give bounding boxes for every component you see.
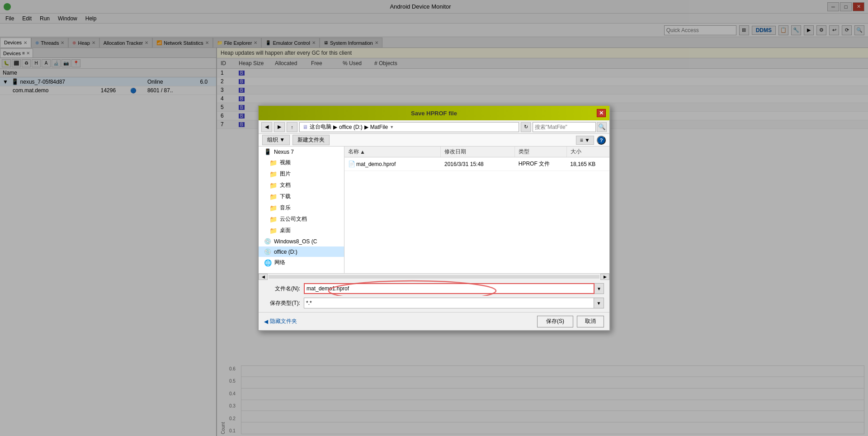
sidebar-item-label: 网络 <box>274 259 285 266</box>
file-icon: 📄 <box>348 161 355 167</box>
up-button[interactable]: ↑ <box>287 122 297 132</box>
dialog-filename-section: 文件名(N): ▼ <box>259 280 609 296</box>
col-name-header[interactable]: 名称 ▲ <box>344 147 441 157</box>
back-button[interactable]: ◀ <box>261 122 272 132</box>
filename-label: 文件名(N): <box>264 285 300 293</box>
breadcrumb-expand[interactable]: ▼ <box>390 125 394 129</box>
sidebar-item-label: Windows8_OS (C <box>274 238 317 245</box>
filetype-input[interactable] <box>304 298 594 308</box>
file-modified-cell: 2016/3/31 15:48 <box>441 160 515 168</box>
help-button[interactable]: ? <box>597 136 606 145</box>
sidebar-item-label: office (D:) <box>274 249 297 255</box>
search-button[interactable]: 🔍 <box>597 122 607 132</box>
sidebar-item-office-d[interactable]: 💿 office (D:) <box>259 246 344 257</box>
filename-row: 文件名(N): ▼ <box>259 280 609 296</box>
dialog-bottom: ◀ 隐藏文件夹 保存(S) 取消 <box>259 312 609 330</box>
drive-gray-icon: 💿 <box>264 248 271 255</box>
file-row-hprof[interactable]: 📄 mat_demo.hprof 2016/3/31 15:48 HPROF 文… <box>344 157 609 171</box>
cancel-button[interactable]: 取消 <box>577 316 604 327</box>
sidebar-item-label: 图片 <box>280 170 291 178</box>
filename-input[interactable] <box>304 283 594 294</box>
folder-icon: 📁 <box>269 204 277 212</box>
sidebar-item-label: Nexus 7 <box>274 149 294 155</box>
col-size-header[interactable]: 大小 <box>567 147 609 157</box>
file-size-cell: 18,165 KB <box>566 160 609 168</box>
folder-icon: 📁 <box>269 216 277 223</box>
sidebar-item-label: 桌面 <box>280 227 291 234</box>
toolbar-right: ≡ ▼ ? <box>576 136 606 145</box>
refresh-button[interactable]: ↻ <box>521 122 531 132</box>
col-name-label: 名称 <box>348 148 359 156</box>
hide-folder-label: 隐藏文件夹 <box>270 318 297 325</box>
dialog-file-list: 名称 ▲ 修改日期 类型 大小 📄 mat <box>344 147 609 273</box>
dialog-overlay: Save HPROF file ✕ ◀ ▶ ↑ 🖥 这台电脑 ▶ office … <box>0 0 868 436</box>
folder-icon: 📁 <box>269 193 277 200</box>
hide-folder-icon: ◀ <box>264 318 268 325</box>
save-hprof-dialog: Save HPROF file ✕ ◀ ▶ ↑ 🖥 这台电脑 ▶ office … <box>258 105 610 331</box>
col-modified-header[interactable]: 修改日期 <box>441 147 515 157</box>
hscroll-right-button[interactable]: ▶ <box>600 274 609 280</box>
hide-folder-button[interactable]: ◀ 隐藏文件夹 <box>264 318 297 325</box>
sidebar-item-video[interactable]: 📁 视频 <box>259 157 344 168</box>
dialog-content: 📱 Nexus 7 📁 视频 📁 图片 📁 文档 📁 下载 <box>259 147 609 273</box>
breadcrumb-path: 🖥 这台电脑 ▶ office (D:) ▶ MatFile ▼ <box>299 122 519 132</box>
filetype-input-wrapper: ▼ <box>304 298 604 308</box>
breadcrumb-part-3: MatFile <box>370 124 388 130</box>
hscroll-track[interactable] <box>269 275 599 279</box>
dialog-sidebar: 📱 Nexus 7 📁 视频 📁 图片 📁 文档 📁 下载 <box>259 147 344 273</box>
sidebar-item-photos[interactable]: 📁 图片 <box>259 168 344 180</box>
dialog-title-bar: Save HPROF file ✕ <box>259 106 609 120</box>
filetype-label: 保存类型(T): <box>264 299 300 307</box>
col-size-label: 大小 <box>571 148 581 156</box>
breadcrumb-part-2: office (D:) <box>339 124 363 130</box>
breadcrumb-sep-2: ▶ <box>364 124 368 130</box>
folder-icon: 📁 <box>269 159 277 166</box>
breadcrumb-part-1: 这台电脑 <box>310 123 331 131</box>
file-type-cell: HPROF 文件 <box>515 159 566 169</box>
folder-icon: 📁 <box>269 182 277 189</box>
save-button[interactable]: 保存(S) <box>537 316 573 327</box>
filename-dropdown-button[interactable]: ▼ <box>594 283 604 294</box>
hscroll-bar: ◀ ▶ <box>259 273 609 280</box>
dialog-title-text: Save HPROF file <box>271 110 597 117</box>
sidebar-item-label: 云公司文档 <box>280 215 307 223</box>
col-type-label: 类型 <box>519 148 529 156</box>
dialog-breadcrumb: ◀ ▶ ↑ 🖥 这台电脑 ▶ office (D:) ▶ MatFile ▼ ↻… <box>259 120 609 134</box>
forward-button[interactable]: ▶ <box>274 122 285 132</box>
col-modified-label: 修改日期 <box>444 148 466 156</box>
filename-input-wrapper: ▼ <box>304 283 604 294</box>
breadcrumb-icon: 🖥 <box>302 124 308 130</box>
hscroll-left-button[interactable]: ◀ <box>259 274 268 280</box>
sidebar-item-win8[interactable]: 💿 Windows8_OS (C <box>259 236 344 246</box>
sidebar-item-downloads[interactable]: 📁 下载 <box>259 191 344 202</box>
dialog-toolbar: 组织 ▼ 新建文件夹 ≡ ▼ ? <box>259 134 609 147</box>
sidebar-item-label: 视频 <box>280 159 291 166</box>
sidebar-item-nexus7[interactable]: 📱 Nexus 7 <box>259 147 344 157</box>
organize-button[interactable]: 组织 ▼ <box>262 135 290 145</box>
sidebar-item-label: 下载 <box>280 193 291 200</box>
dialog-close-button[interactable]: ✕ <box>597 109 606 117</box>
sidebar-item-label: 文档 <box>280 181 291 189</box>
sort-arrow: ▲ <box>360 149 365 155</box>
sidebar-item-network[interactable]: 🌐 网络 <box>259 257 344 268</box>
sidebar-item-desktop[interactable]: 📁 桌面 <box>259 225 344 236</box>
sidebar-item-music[interactable]: 📁 音乐 <box>259 202 344 213</box>
filetype-row: 保存类型(T): ▼ <box>259 296 609 312</box>
folder-icon: 📁 <box>269 227 277 234</box>
sidebar-item-docs[interactable]: 📁 文档 <box>259 180 344 191</box>
breadcrumb-sep-1: ▶ <box>333 124 337 130</box>
file-name-text: mat_demo.hprof <box>356 161 396 167</box>
col-type-header[interactable]: 类型 <box>515 147 567 157</box>
filename-row-inner: ▼ <box>304 283 604 294</box>
view-button[interactable]: ≡ ▼ <box>576 136 594 145</box>
filetype-dropdown-button[interactable]: ▼ <box>594 298 604 308</box>
sidebar-item-clouddocs[interactable]: 📁 云公司文档 <box>259 213 344 225</box>
folder-icon: 📁 <box>269 171 277 178</box>
file-name-cell: 📄 mat_demo.hprof <box>344 160 441 168</box>
search-input[interactable] <box>533 122 596 132</box>
network-icon: 🌐 <box>264 259 272 266</box>
new-folder-button[interactable]: 新建文件夹 <box>292 135 330 145</box>
dialog-action-buttons: 保存(S) 取消 <box>537 316 604 327</box>
nexus7-icon: 📱 <box>264 148 271 155</box>
file-list-header: 名称 ▲ 修改日期 类型 大小 <box>344 147 609 157</box>
